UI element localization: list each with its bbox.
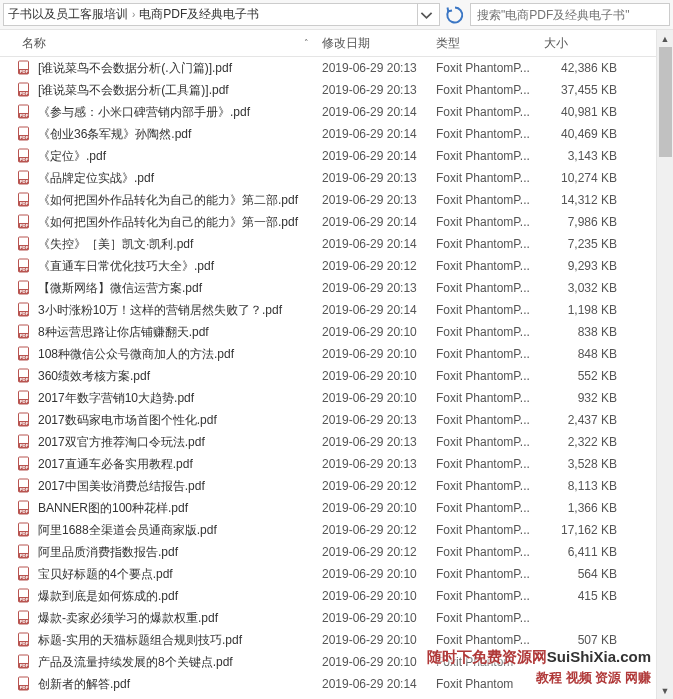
file-date: 2019-06-29 20:13: [316, 193, 430, 207]
file-size: 932 KB: [538, 391, 623, 405]
pdf-file-icon: PDF: [16, 434, 32, 450]
file-size: 552 KB: [538, 369, 623, 383]
file-row[interactable]: PDF 《参与感：小米口碑营销内部手册》.pdf2019-06-29 20:14…: [0, 101, 673, 123]
file-name: 宝贝好标题的4个要点.pdf: [38, 566, 316, 583]
file-row[interactable]: PDF 《定位》.pdf2019-06-29 20:14Foxit Phanto…: [0, 145, 673, 167]
column-header-name[interactable]: 名称 ˄: [16, 30, 316, 56]
file-row[interactable]: PDF 爆款到底是如何炼成的.pdf2019-06-29 20:10Foxit …: [0, 585, 673, 607]
file-type: Foxit PhantomP...: [430, 523, 538, 537]
file-name: 2017直通车必备实用教程.pdf: [38, 456, 316, 473]
breadcrumb-dropdown-icon[interactable]: [417, 3, 435, 26]
sort-indicator-icon: ˄: [304, 38, 309, 48]
file-size: 8,113 KB: [538, 479, 623, 493]
file-type: Foxit PhantomP...: [430, 171, 538, 185]
breadcrumb-seg[interactable]: 子书以及员工客服培训: [8, 6, 128, 23]
svg-text:PDF: PDF: [20, 157, 29, 162]
file-type: Foxit PhantomP...: [430, 391, 538, 405]
file-date: 2019-06-29 20:13: [316, 413, 430, 427]
file-date: 2019-06-29 20:12: [316, 545, 430, 559]
vertical-scrollbar[interactable]: ▲ ▼: [656, 30, 673, 699]
file-row[interactable]: PDF 标题-实用的天猫标题组合规则技巧.pdf2019-06-29 20:10…: [0, 629, 673, 651]
column-header-size[interactable]: 大小: [538, 30, 623, 56]
file-type: Foxit PhantomP...: [430, 435, 538, 449]
file-row[interactable]: PDF 《失控》［美］凯文·凯利.pdf2019-06-29 20:14Foxi…: [0, 233, 673, 255]
file-row[interactable]: PDF 《如何把国外作品转化为自己的能力》第二部.pdf2019-06-29 2…: [0, 189, 673, 211]
svg-text:PDF: PDF: [20, 311, 29, 316]
pdf-file-icon: PDF: [16, 654, 32, 670]
file-row[interactable]: PDF 阿里1688全渠道会员通商家版.pdf2019-06-29 20:12F…: [0, 519, 673, 541]
file-date: 2019-06-29 20:13: [316, 171, 430, 185]
file-type: Foxit PhantomP...: [430, 149, 538, 163]
file-row[interactable]: PDF 2017数码家电市场首图个性化.pdf2019-06-29 20:13F…: [0, 409, 673, 431]
svg-text:PDF: PDF: [20, 421, 29, 426]
file-row[interactable]: PDF 阿里品质消费指数报告.pdf2019-06-29 20:12Foxit …: [0, 541, 673, 563]
file-type: Foxit PhantomP...: [430, 413, 538, 427]
pdf-file-icon: PDF: [16, 676, 32, 692]
pdf-file-icon: PDF: [16, 368, 32, 384]
scroll-up-icon[interactable]: ▲: [657, 30, 673, 47]
file-type: Foxit PhantomP...: [430, 83, 538, 97]
svg-text:PDF: PDF: [20, 377, 29, 382]
svg-text:PDF: PDF: [20, 663, 29, 668]
file-type: Foxit PhantomP...: [430, 501, 538, 515]
file-list: PDF [谁说菜鸟不会数据分析(.入门篇)].pdf2019-06-29 20:…: [0, 57, 673, 699]
file-row[interactable]: PDF 《创业36条军规》孙陶然.pdf2019-06-29 20:14Foxi…: [0, 123, 673, 145]
file-row[interactable]: PDF 8种运营思路让你店铺赚翻天.pdf2019-06-29 20:10Fox…: [0, 321, 673, 343]
file-row[interactable]: PDF [谁说菜鸟不会数据分析(.入门篇)].pdf2019-06-29 20:…: [0, 57, 673, 79]
pdf-file-icon: PDF: [16, 148, 32, 164]
pdf-file-icon: PDF: [16, 588, 32, 604]
file-row[interactable]: PDF 宝贝好标题的4个要点.pdf2019-06-29 20:10Foxit …: [0, 563, 673, 585]
file-size: 3,032 KB: [538, 281, 623, 295]
file-row[interactable]: PDF 2017年数字营销10大趋势.pdf2019-06-29 20:10Fo…: [0, 387, 673, 409]
file-size: 42,386 KB: [538, 61, 623, 75]
refresh-button[interactable]: [443, 3, 467, 26]
file-name: 2017中国美妆消费总结报告.pdf: [38, 478, 316, 495]
search-input[interactable]: [470, 3, 670, 26]
breadcrumb[interactable]: 子书以及员工客服培训 › 电商PDF及经典电子书: [3, 3, 440, 26]
file-date: 2019-06-29 20:10: [316, 611, 430, 625]
file-row[interactable]: PDF 3小时涨粉10万！这样的营销居然失败了？.pdf2019-06-29 2…: [0, 299, 673, 321]
file-row[interactable]: PDF 2017双官方推荐淘口令玩法.pdf2019-06-29 20:13Fo…: [0, 431, 673, 453]
file-name: 108种微信公众号微商加人的方法.pdf: [38, 346, 316, 363]
file-date: 2019-06-29 20:12: [316, 523, 430, 537]
file-row[interactable]: PDF BANNER图的100种花样.pdf2019-06-29 20:10Fo…: [0, 497, 673, 519]
svg-text:PDF: PDF: [20, 245, 29, 250]
file-row[interactable]: PDF 爆款-卖家必须学习的爆款权重.pdf2019-06-29 20:10Fo…: [0, 607, 673, 629]
column-header-row: 名称 ˄ 修改日期 类型 大小: [0, 30, 673, 57]
column-header-type[interactable]: 类型: [430, 30, 538, 56]
file-row[interactable]: PDF 《直通车日常优化技巧大全》.pdf2019-06-29 20:12Fox…: [0, 255, 673, 277]
file-row[interactable]: PDF 《品牌定位实战》.pdf2019-06-29 20:13Foxit Ph…: [0, 167, 673, 189]
file-row[interactable]: PDF 【微斯网络】微信运营方案.pdf2019-06-29 20:13Foxi…: [0, 277, 673, 299]
file-row[interactable]: PDF [谁说菜鸟不会数据分析(工具篇)].pdf2019-06-29 20:1…: [0, 79, 673, 101]
svg-text:PDF: PDF: [20, 333, 29, 338]
file-type: Foxit PhantomP...: [430, 281, 538, 295]
file-name: 阿里1688全渠道会员通商家版.pdf: [38, 522, 316, 539]
pdf-file-icon: PDF: [16, 192, 32, 208]
file-size: 2,437 KB: [538, 413, 623, 427]
file-row[interactable]: PDF 360绩效考核方案.pdf2019-06-29 20:10Foxit P…: [0, 365, 673, 387]
file-row[interactable]: PDF 创新者的解答.pdf2019-06-29 20:14Foxit Phan…: [0, 673, 673, 695]
svg-text:PDF: PDF: [20, 531, 29, 536]
file-name: 3小时涨粉10万！这样的营销居然失败了？.pdf: [38, 302, 316, 319]
file-date: 2019-06-29 20:14: [316, 303, 430, 317]
file-type: Foxit PhantomP...: [430, 193, 538, 207]
column-header-date[interactable]: 修改日期: [316, 30, 430, 56]
scroll-down-icon[interactable]: ▼: [657, 682, 673, 699]
file-row[interactable]: PDF 《如何把国外作品转化为自己的能力》第一部.pdf2019-06-29 2…: [0, 211, 673, 233]
pdf-file-icon: PDF: [16, 632, 32, 648]
column-header-label: 大小: [544, 35, 568, 52]
column-header-label: 名称: [22, 35, 46, 52]
file-row[interactable]: PDF 2017中国美妆消费总结报告.pdf2019-06-29 20:12Fo…: [0, 475, 673, 497]
breadcrumb-seg[interactable]: 电商PDF及经典电子书: [139, 6, 259, 23]
file-type: Foxit PhantomP...: [430, 325, 538, 339]
pdf-file-icon: PDF: [16, 104, 32, 120]
file-row[interactable]: PDF 2017直通车必备实用教程.pdf2019-06-29 20:13Fox…: [0, 453, 673, 475]
file-size: 507 KB: [538, 633, 623, 647]
pdf-file-icon: PDF: [16, 500, 32, 516]
file-row[interactable]: PDF 108种微信公众号微商加人的方法.pdf2019-06-29 20:10…: [0, 343, 673, 365]
file-date: 2019-06-29 20:10: [316, 633, 430, 647]
file-row[interactable]: PDF 产品及流量持续发展的8个关键点.pdf2019-06-29 20:10F…: [0, 651, 673, 673]
file-name: 2017双官方推荐淘口令玩法.pdf: [38, 434, 316, 451]
scroll-thumb[interactable]: [659, 47, 672, 157]
file-name: 《参与感：小米口碑营销内部手册》.pdf: [38, 104, 316, 121]
